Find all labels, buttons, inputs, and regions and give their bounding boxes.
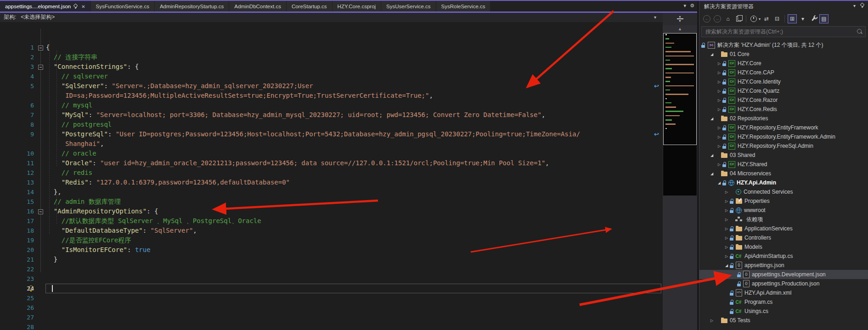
tab-admindbcontext-cs[interactable]: AdminDbContext.cs (229, 1, 286, 12)
solution-icon: ⋈ (708, 42, 715, 49)
close-icon[interactable]: ✕ (81, 4, 85, 9)
tab-hzy-core-csproj[interactable]: HZY.Core.csproj (333, 1, 381, 12)
chevron-down-icon[interactable]: ▾ (798, 14, 807, 23)
tree-item-[interactable]: ▷依赖项 (699, 215, 868, 224)
chevron-collapsed-icon[interactable]: ▷ (723, 199, 730, 203)
chevron-down-icon[interactable]: ▾ (853, 3, 856, 8)
home-icon[interactable]: ⌂ (723, 14, 733, 23)
vs-window: appsettings....elopment.json✕SysFunction… (0, 0, 868, 330)
sync-with-active-document-icon[interactable]: ⇄ (762, 14, 771, 23)
tree-item-usings-cs[interactable]: C#Usings.cs (699, 307, 868, 316)
chevron-collapsed-icon[interactable]: ▷ (716, 98, 722, 102)
lightbulb-icon[interactable] (28, 285, 34, 291)
tree-item-hzy-repository-freesql-admin[interactable]: ▷C#HZY.Repository.FreeSql.Admin (699, 141, 868, 151)
nav-back-icon[interactable]: ← (702, 14, 711, 23)
scrollbar-map[interactable]: ▲▼ ▲ (663, 12, 697, 330)
switch-views-icon[interactable] (734, 14, 743, 23)
tab-sysfunctionservice-cs[interactable]: SysFunctionService.cs (91, 1, 154, 12)
chevron-expanded-icon[interactable]: ◢ (709, 117, 715, 121)
chevron-down-icon[interactable]: ▾ (654, 15, 656, 20)
chevron-collapsed-icon[interactable]: ▷ (716, 89, 722, 93)
tree-item-hzy-repository-entityframework-admin[interactable]: ▷C#HZY.Repository.EntityFramework.Admin (699, 132, 868, 141)
fold-collapse-icon[interactable] (38, 65, 43, 70)
solution-explorer-panel: 解决方案资源管理器 ▾ ←→⌂▾⇄⊟⊞▾▤ 搜索解决方案资源管理器(Ctrl+;… (699, 1, 868, 330)
tab-sysuserservice-cs[interactable]: SysUserService.cs (381, 1, 436, 12)
gear-icon[interactable]: ⚙ (690, 3, 694, 9)
chevron-collapsed-icon[interactable]: ▷ (723, 227, 730, 231)
chevron-collapsed-icon[interactable]: ▷ (716, 135, 722, 139)
tree-item-applicationservices[interactable]: ▷ApplicationServices (699, 224, 868, 233)
tree-item-hzy-core-cap[interactable]: ▷C#HZY.Core.CAP (699, 68, 868, 77)
tree-item-controllers[interactable]: ▷Controllers (699, 233, 868, 242)
fold-collapse-icon[interactable] (38, 209, 43, 214)
tree-item-properties[interactable]: ▷Properties (699, 196, 868, 206)
code-segment: "Server=.;Database=hzy_admin_sqlserver_2… (112, 82, 313, 89)
code-editor[interactable]: 1{2 // 连接字符串3 "ConnectionStrings": {4 //… (0, 22, 663, 330)
tree-item-03-shared[interactable]: ◢03 Shared (699, 151, 868, 160)
preview-selected-items-icon[interactable]: ▤ (819, 14, 829, 23)
nav-forward-icon[interactable]: → (713, 14, 722, 23)
tree-item-connected-services[interactable]: ▷Connected Services (699, 187, 868, 196)
tree-item-hzy-api-admin-xml[interactable]: </>HZY.Api.Admin.xml (699, 288, 868, 297)
tree-item-appsettings-json[interactable]: ◢{}appsettings.json (699, 261, 868, 270)
search-input[interactable]: 搜索解决方案资源管理器(Ctrl+;) (701, 26, 866, 37)
collapse-all-icon[interactable]: ⊟ (772, 14, 782, 23)
tree-item-models[interactable]: ▷Models (699, 242, 868, 252)
chevron-collapsed-icon[interactable]: ▷ (723, 245, 730, 249)
code-segment (46, 236, 62, 244)
architecture-dropdown[interactable]: <未选择架构> (21, 13, 55, 21)
tree-item-appsettings-production-json[interactable]: {}appsettings.Production.json (699, 279, 868, 288)
show-all-files-icon[interactable]: ⊞ (788, 14, 797, 23)
editor-split-handle[interactable]: ▲▼ (663, 12, 697, 25)
chevron-collapsed-icon[interactable]: ▷ (716, 144, 722, 148)
tab-sysroleservice-cs[interactable]: SysRoleService.cs (436, 1, 490, 12)
chevron-collapsed-icon[interactable]: ▷ (709, 319, 715, 323)
tree-item-hzy-shared[interactable]: ▷C#HZY.Shared (699, 160, 868, 169)
tree-item-hzy-core[interactable]: ▷C#HZY.Core (699, 59, 868, 68)
tree-item-hzy-admin-12-12[interactable]: ⋈解决方案 'HZY.Admin' (12 个项目, 共 12 个) (699, 40, 868, 50)
tree-item-02-repositories[interactable]: ◢02 Repositories (699, 114, 868, 123)
tab-adminrepositorystartup-cs[interactable]: AdminRepositoryStartup.cs (155, 1, 229, 12)
tab-overflow-chevron-icon[interactable]: ▾ (684, 3, 687, 9)
tree-item-hzy-core-redis[interactable]: ▷C#HZY.Core.Redis (699, 105, 868, 114)
scroll-up-arrow-icon[interactable]: ▲ (663, 27, 697, 31)
chevron-expanded-icon[interactable]: ◢ (709, 172, 715, 176)
chevron-collapsed-icon[interactable]: ▷ (716, 126, 722, 130)
tab-corestartup-cs[interactable]: CoreStartup.cs (287, 1, 332, 12)
chevron-down-icon[interactable]: ▾ (759, 17, 761, 21)
tree-item-01-core[interactable]: ◢01 Core (699, 50, 868, 59)
chevron-collapsed-icon[interactable]: ▷ (723, 208, 730, 213)
chevron-expanded-icon[interactable]: ◢ (716, 181, 722, 185)
chevron-collapsed-icon[interactable]: ▷ (723, 218, 730, 222)
tab-appsettings-elopment-json[interactable]: appsettings....elopment.json✕ (0, 1, 90, 12)
chevron-collapsed-icon[interactable]: ▷ (716, 62, 722, 66)
chevron-expanded-icon[interactable]: ◢ (709, 52, 715, 56)
chevron-collapsed-icon[interactable]: ▷ (723, 236, 730, 240)
tree-item-hzy-core-identity[interactable]: ▷C#HZY.Core.Identity (699, 77, 868, 86)
chevron-collapsed-icon[interactable]: ▷ (716, 80, 722, 84)
pin-icon[interactable] (73, 4, 78, 9)
tree-item-appsettings-development-json[interactable]: {}appsettings.Development.json (699, 270, 868, 279)
chevron-collapsed-icon[interactable]: ▷ (716, 71, 722, 75)
tree-item-program-cs[interactable]: C#Program.cs (699, 297, 868, 307)
chevron-collapsed-icon[interactable]: ▷ (723, 190, 730, 194)
tree-item-wwwroot[interactable]: ▷wwwroot (699, 206, 868, 215)
tree-item-hzy-api-admin[interactable]: ◢HZY.Api.Admin (699, 178, 868, 187)
chevron-collapsed-icon[interactable]: ▷ (716, 162, 722, 167)
properties-icon[interactable] (809, 14, 818, 23)
tab-label: SysRoleService.cs (441, 4, 485, 9)
tree-item-hzy-core-quartz[interactable]: ▷C#HZY.Core.Quartz (699, 86, 868, 95)
chevron-expanded-icon[interactable]: ◢ (709, 153, 715, 157)
tree-item-04-microservices[interactable]: ◢04 Microservices (699, 169, 868, 178)
tree-item-hzy-repository-entityframework[interactable]: ▷C#HZY.Repository.EntityFramework (699, 123, 868, 132)
pin-icon[interactable] (860, 3, 864, 8)
fold-collapse-icon[interactable] (38, 45, 43, 50)
code-segment: , (429, 92, 433, 99)
tree-item-apiadminstartup-cs[interactable]: ▷C#ApiAdminStartup.cs (699, 252, 868, 261)
chevron-collapsed-icon[interactable]: ▷ (723, 254, 730, 258)
pending-changes-filter-icon[interactable] (749, 14, 758, 23)
chevron-collapsed-icon[interactable]: ▷ (716, 107, 722, 112)
chevron-expanded-icon[interactable]: ◢ (723, 263, 730, 268)
tree-item-05-tests[interactable]: ▷05 Tests (699, 316, 868, 325)
tree-item-hzy-core-razor[interactable]: ▷C#HZY.Core.Razor (699, 95, 868, 105)
